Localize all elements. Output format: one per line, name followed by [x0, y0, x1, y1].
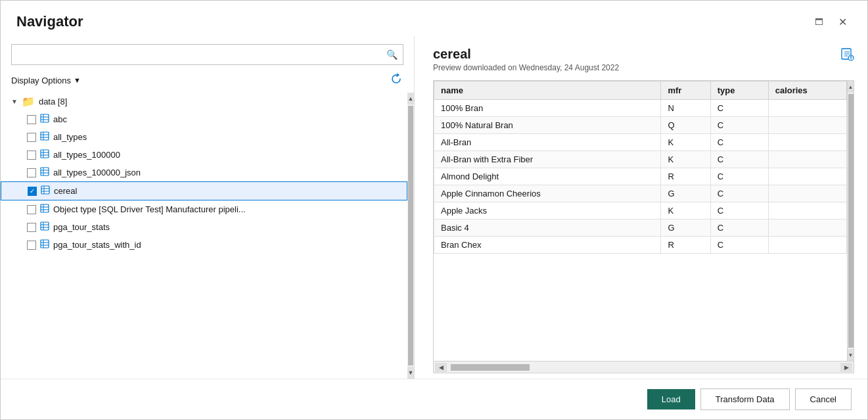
table-header-row: name mfr type calories [434, 82, 847, 100]
table-body: 100% BranNC100% Natural BranQCAll-BranKC… [434, 100, 847, 254]
scroll-thumb[interactable] [408, 106, 413, 365]
export-icon [840, 47, 854, 61]
table-scroll-thumb[interactable] [848, 94, 854, 348]
preview-export-button[interactable] [840, 47, 854, 64]
table-item-pga-tour-stats[interactable]: pga_tour_stats [1, 218, 407, 236]
close-button[interactable]: ✕ [833, 12, 852, 31]
cell-mfr: R [661, 168, 710, 185]
preview-title-area: cereal Preview downloaded on Wednesday, … [433, 47, 619, 72]
h-scroll-left-button[interactable]: ◀ [435, 363, 447, 372]
table-icon [40, 149, 49, 160]
table-row: Apple JacksKC [434, 202, 847, 220]
svg-rect-28 [41, 240, 49, 248]
search-input[interactable] [17, 50, 386, 60]
preview-title: cereal [433, 47, 619, 62]
table-item-label-abc: abc [53, 114, 67, 124]
cell-mfr: N [661, 100, 710, 117]
cell-type: C [710, 117, 768, 134]
cell-calories [768, 168, 846, 185]
table-item-label-all-types: all_types [53, 132, 87, 142]
search-icon: 🔍 [386, 49, 398, 60]
cell-calories [768, 151, 846, 168]
table-row: 100% BranNC [434, 100, 847, 117]
cell-type: C [710, 185, 768, 202]
navigator-dialog: Navigator 🗖 ✕ 🔍 Display Options ▼ [0, 0, 868, 420]
table-item-abc[interactable]: abc [1, 110, 407, 128]
cell-mfr: Q [661, 117, 710, 134]
cell-type: C [710, 202, 768, 220]
svg-rect-12 [41, 168, 49, 175]
checkbox-cereal[interactable]: ✓ [28, 187, 37, 196]
folder-label: data [8] [39, 97, 67, 106]
title-bar-controls: 🗖 ✕ [810, 12, 852, 31]
cell-name: Bran Chex [434, 237, 661, 254]
load-button[interactable]: Load [647, 389, 695, 409]
cell-type: C [710, 134, 768, 151]
table-row: Apple Cinnamon CheeriosGC [434, 185, 847, 202]
cell-name: 100% Bran [434, 100, 661, 117]
table-row: All-Bran with Extra FiberKC [434, 151, 847, 168]
content-area: 🔍 Display Options ▼ [1, 36, 867, 379]
col-header-mfr: mfr [661, 82, 710, 100]
table-item-pga-tour-stats-with-id[interactable]: pga_tour_stats_with_id [1, 236, 407, 254]
cell-type: C [710, 151, 768, 168]
cell-calories [768, 185, 846, 202]
refresh-button[interactable] [389, 72, 403, 89]
triangle-icon: ▼ [11, 98, 18, 105]
checkbox-all-types[interactable] [27, 133, 36, 142]
refresh-icon [390, 73, 402, 85]
h-scroll-right-button[interactable]: ▶ [840, 363, 852, 372]
table-item-all-types[interactable]: all_types [1, 128, 407, 146]
svg-rect-16 [41, 186, 49, 194]
svg-rect-0 [41, 114, 49, 122]
col-header-calories: calories [768, 82, 846, 100]
folder-icon: 📁 [22, 95, 35, 108]
table-item-label-all-types-100000-json: all_types_100000_json [53, 168, 141, 177]
data-table-wrapper: name mfr type calories 100% BranNC100% N… [433, 80, 854, 373]
checkbox-all-types-100000-json[interactable] [27, 168, 36, 177]
right-panel-scrollbar[interactable]: ▲ ▼ [847, 81, 854, 361]
cell-name: All-Bran [434, 134, 661, 151]
transform-data-button[interactable]: Transform Data [700, 388, 790, 410]
display-options-button[interactable]: Display Options ▼ [11, 74, 81, 87]
cell-mfr: K [661, 151, 710, 168]
preview-header: cereal Preview downloaded on Wednesday, … [433, 47, 854, 72]
svg-rect-24 [41, 222, 49, 230]
table-item-all-types-100000-json[interactable]: all_types_100000_json [1, 164, 407, 181]
chevron-down-icon: ▼ [74, 76, 81, 84]
checkbox-abc[interactable] [27, 115, 36, 124]
cell-type: C [710, 100, 768, 117]
cell-calories [768, 220, 846, 237]
table-item-label-all-types-100000: all_types_100000 [53, 150, 120, 160]
cell-name: Almond Delight [434, 168, 661, 185]
display-options-row: Display Options ▼ [1, 72, 414, 89]
checkbox-pga-tour-stats-with-id[interactable] [27, 241, 36, 250]
left-panel-scrollbar[interactable]: ▲ ▼ [407, 93, 414, 379]
checkbox-all-types-100000[interactable] [27, 151, 36, 160]
checkbox-object-type[interactable] [27, 205, 36, 214]
scroll-up-button[interactable]: ▲ [407, 93, 414, 105]
cell-name: Apple Jacks [434, 202, 661, 220]
cell-mfr: G [661, 220, 710, 237]
scroll-down-button[interactable]: ▼ [407, 367, 414, 379]
checkbox-pga-tour-stats[interactable] [27, 223, 36, 232]
col-header-name: name [434, 82, 661, 100]
table-h-scroll: ◀ ▶ [434, 361, 854, 373]
table-inner: name mfr type calories 100% BranNC100% N… [434, 81, 847, 361]
footer: Load Transform Data Cancel [1, 379, 867, 419]
table-scroll-down-button[interactable]: ▼ [848, 349, 854, 361]
restore-button[interactable]: 🗖 [810, 12, 828, 31]
h-scroll-thumb[interactable] [451, 364, 530, 371]
cancel-button[interactable]: Cancel [795, 388, 852, 410]
table-item-all-types-100000[interactable]: all_types_100000 [1, 146, 407, 164]
svg-rect-4 [41, 132, 49, 140]
table-with-scrollbar: name mfr type calories 100% BranNC100% N… [434, 81, 854, 361]
folder-item-data[interactable]: ▼ 📁 data [8] [1, 93, 407, 110]
table-item-object-type[interactable]: Object type [SQL Driver Test] Manufactur… [1, 200, 407, 218]
cell-type: C [710, 168, 768, 185]
svg-rect-20 [41, 204, 49, 212]
table-icon [40, 114, 49, 125]
table-item-cereal[interactable]: ✓ cereal [1, 181, 407, 200]
dialog-title: Navigator [16, 13, 83, 30]
table-scroll-up-button[interactable]: ▲ [848, 81, 854, 93]
